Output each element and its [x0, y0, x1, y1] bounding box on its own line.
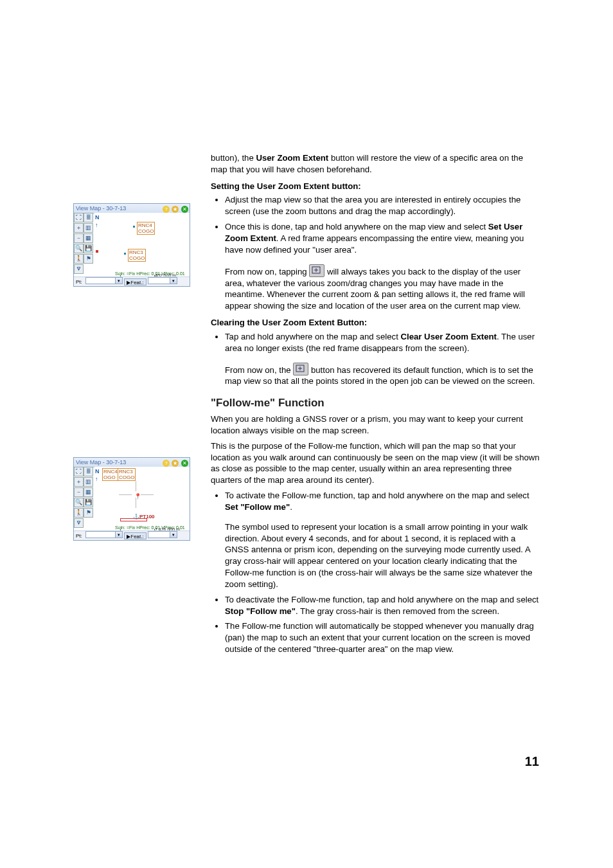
zoom-out-icon[interactable]: － — [74, 487, 84, 497]
follow-me-heading: "Follow-me" Function — [211, 396, 540, 411]
page-number: 11 — [525, 753, 539, 770]
footer-bar: Pt: ▾ ▶Feat.: ▾ — [74, 276, 190, 286]
list-item: The Follow-me function will automaticall… — [225, 620, 540, 655]
dropdown-icon: ▾ — [170, 278, 177, 284]
person-icon[interactable]: 🚶 — [74, 508, 84, 518]
screenshot-follow-me: View Map - 30-7-13 ? ★ ✕ ⛶≣ ＋▥ －▦ 🔍💾 🚶⚑ … — [73, 457, 190, 541]
window-title: View Map - 30-7-13 — [76, 205, 126, 212]
user-point — [96, 250, 98, 253]
map-point — [133, 226, 135, 228]
list-item: Tap and hold anywhere on the map and sel… — [225, 331, 540, 354]
tripod-icon[interactable]: ⛛ — [74, 264, 84, 274]
setting-after-paragraph: From now on, tapping will always takes y… — [225, 264, 540, 312]
zoom-window-icon[interactable]: 🔍 — [74, 244, 84, 253]
favorite-icon[interactable]: ★ — [172, 460, 179, 467]
follow-p1: When you are holding a GNSS rover or a p… — [211, 413, 540, 437]
extent-icon[interactable]: ⛶ — [74, 213, 84, 222]
close-icon[interactable]: ✕ — [181, 206, 188, 213]
zoom-in-icon[interactable]: ＋ — [74, 477, 84, 487]
help-icon[interactable]: ? — [163, 460, 170, 467]
point-label: RNC4COGO — [137, 222, 155, 235]
follow-list-2: To deactivate the Follow-me function, ta… — [211, 594, 540, 655]
list-item: Once this is done, tap and hold anywhere… — [225, 221, 540, 255]
map-canvas[interactable]: N↑ RNC4COGO RNC3COGO Soln: =Fix HPrec: 0… — [94, 213, 190, 277]
close-icon[interactable]: ✕ — [181, 460, 188, 467]
help-icon[interactable]: ? — [163, 206, 170, 213]
layer-icon[interactable]: ▥ — [84, 477, 93, 487]
text-column: button), the User Zoom Extent button wil… — [211, 152, 540, 659]
clearing-heading: Clearing the User Zoom Extent Button: — [211, 317, 540, 329]
follow-after1: The symbol used to represent your locati… — [225, 521, 540, 590]
extent-icon[interactable]: ⛶ — [74, 467, 84, 476]
extent-icon — [309, 264, 324, 277]
dropdown-icon: ▾ — [115, 278, 122, 284]
extent-icon — [293, 363, 308, 375]
setting-heading: Setting the User Zoom Extent button: — [211, 181, 540, 192]
clearing-list: Tap and hold anywhere on the map and sel… — [211, 331, 540, 354]
dropdown-icon: ▾ — [115, 532, 122, 538]
map-canvas[interactable]: N↑ RNC4OGO RNC3COGO 📍 ⚓PT100 Soln: =Fix … — [94, 467, 190, 531]
tool-column: ⛶≣ ＋▥ －▦ 🔍💾 🚶⚑ ⛛ — [74, 213, 94, 277]
location-icon: 📍 — [134, 493, 141, 500]
list-item: To deactivate the Follow-me function, ta… — [225, 594, 540, 617]
screenshot-user-zoom-extent: View Map - 30-7-13 ? ★ ✕ ⛶≣ ＋▥ －▦ 🔍💾 🚶⚑ … — [73, 203, 190, 287]
map-body: ⛶≣ ＋▥ －▦ 🔍💾 🚶⚑ ⛛ N↑ RNC4OGO RNC3COGO 📍 ⚓ — [74, 467, 190, 531]
window-title-bar: View Map - 30-7-13 ? ★ ✕ — [74, 458, 190, 467]
person-icon[interactable]: 🚶 — [74, 254, 84, 264]
list-icon[interactable]: ≣ — [84, 467, 93, 476]
zoom-in-icon[interactable]: ＋ — [74, 223, 84, 233]
map-body: ⛶≣ ＋▥ －▦ 🔍💾 🚶⚑ ⛛ N↑ RNC4COGO RNC3COGO So… — [74, 213, 190, 277]
pt-combo[interactable]: ▾ — [85, 531, 123, 538]
tool-column: ⛶≣ ＋▥ －▦ 🔍💾 🚶⚑ ⛛ — [74, 467, 94, 531]
point-label: RNC3COGO — [128, 249, 146, 262]
list-icon[interactable]: ≣ — [84, 213, 93, 222]
feat-combo[interactable]: ▾ — [148, 531, 177, 538]
tripod-icon[interactable]: ⛛ — [74, 518, 84, 528]
north-arrow-icon: N↑ — [95, 467, 100, 483]
list-item: To activate the Follow-me function, tap … — [225, 490, 540, 513]
favorite-icon[interactable]: ★ — [172, 206, 179, 213]
pt-combo[interactable]: ▾ — [85, 277, 123, 284]
map-point — [124, 253, 126, 255]
save-icon[interactable]: 💾 — [84, 244, 93, 253]
feat-button[interactable]: ▶Feat.: — [124, 278, 146, 285]
follow-list: To activate the Follow-me function, tap … — [211, 490, 540, 513]
follow-p2: This is the purpose of the Follow-me fun… — [211, 440, 540, 486]
intro-paragraph: button), the User Zoom Extent button wil… — [211, 152, 540, 176]
save-icon[interactable]: 💾 — [84, 498, 93, 507]
titlebar-icons: ? ★ ✕ — [162, 458, 190, 467]
titlebar-icons: ? ★ ✕ — [162, 204, 190, 213]
user-area-rect — [120, 518, 147, 521]
feat-combo[interactable]: ▾ — [148, 277, 177, 284]
layer-icon[interactable]: ▥ — [84, 223, 93, 233]
point-label: RNC4OGO — [102, 468, 119, 481]
zoom-out-icon[interactable]: － — [74, 233, 84, 243]
clearing-after-paragraph: From now on, the button has recovered it… — [225, 363, 540, 388]
grid-icon[interactable]: ▦ — [84, 233, 93, 243]
pt-label: Pt: — [74, 532, 84, 541]
north-arrow-icon: N↑ — [95, 213, 100, 229]
list-item: Adjust the map view so that the area you… — [225, 194, 540, 217]
dropdown-icon: ▾ — [170, 532, 177, 538]
zoom-window-icon[interactable]: 🔍 — [74, 498, 84, 507]
point-label: RNC3COGO — [118, 468, 136, 481]
feat-button[interactable]: ▶Feat.: — [124, 532, 146, 539]
flag-icon[interactable]: ⚑ — [84, 508, 93, 518]
setting-list: Adjust the map view so that the area you… — [211, 194, 540, 255]
footer-bar: Pt: ▾ ▶Feat.: ▾ — [74, 530, 190, 540]
flag-icon[interactable]: ⚑ — [84, 254, 93, 264]
pt-label: Pt: — [74, 278, 84, 287]
window-title-bar: View Map - 30-7-13 ? ★ ✕ — [74, 204, 190, 213]
window-title: View Map - 30-7-13 — [76, 459, 126, 466]
grid-icon[interactable]: ▦ — [84, 487, 93, 497]
